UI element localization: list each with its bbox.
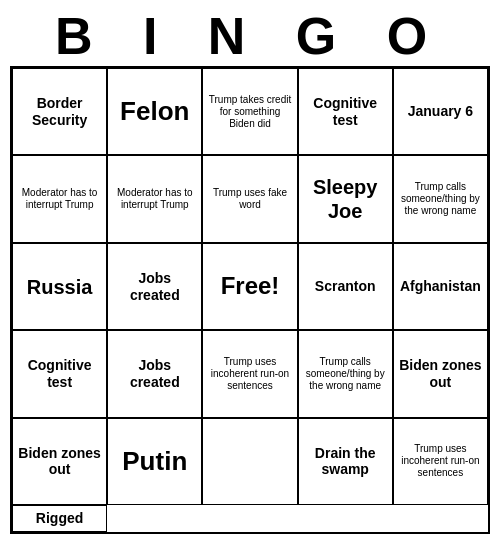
- bingo-cell-16[interactable]: Jobs created: [107, 330, 202, 417]
- bingo-cell-3[interactable]: Cognitive test: [298, 68, 393, 155]
- bingo-cell-2[interactable]: Trump takes credit for something Biden d…: [202, 68, 297, 155]
- bingo-grid: Border SecurityFelonTrump takes credit f…: [10, 66, 490, 534]
- bingo-cell-12[interactable]: Free!: [202, 243, 297, 330]
- bingo-cell-5[interactable]: Moderator has to interrupt Trump: [12, 155, 107, 242]
- bingo-cell-23[interactable]: Drain the swamp: [298, 418, 393, 505]
- bingo-cell-0[interactable]: Border Security: [12, 68, 107, 155]
- bingo-cell-13[interactable]: Scranton: [298, 243, 393, 330]
- bingo-cell-25[interactable]: Rigged: [12, 505, 107, 532]
- bingo-cell-1[interactable]: Felon: [107, 68, 202, 155]
- bingo-cell-14[interactable]: Afghanistan: [393, 243, 488, 330]
- bingo-title: B I N G O: [55, 10, 445, 62]
- bingo-cell-8[interactable]: Sleepy Joe: [298, 155, 393, 242]
- bingo-cell-19[interactable]: Biden zones out: [393, 330, 488, 417]
- bingo-cell-17[interactable]: Trump uses incoherent run-on sentences: [202, 330, 297, 417]
- bingo-cell-21[interactable]: Putin: [107, 418, 202, 505]
- bingo-cell-4[interactable]: January 6: [393, 68, 488, 155]
- bingo-cell-7[interactable]: Trump uses fake word: [202, 155, 297, 242]
- bingo-cell-24[interactable]: Trump uses incoherent run-on sentences: [393, 418, 488, 505]
- bingo-cell-15[interactable]: Cognitive test: [12, 330, 107, 417]
- bingo-cell-20[interactable]: Biden zones out: [12, 418, 107, 505]
- bingo-cell-9[interactable]: Trump calls someone/thing by the wrong n…: [393, 155, 488, 242]
- bingo-cell-11[interactable]: Jobs created: [107, 243, 202, 330]
- bingo-cell-18[interactable]: Trump calls someone/thing by the wrong n…: [298, 330, 393, 417]
- bingo-cell-22[interactable]: [202, 418, 297, 505]
- bingo-cell-6[interactable]: Moderator has to interrupt Trump: [107, 155, 202, 242]
- bingo-cell-10[interactable]: Russia: [12, 243, 107, 330]
